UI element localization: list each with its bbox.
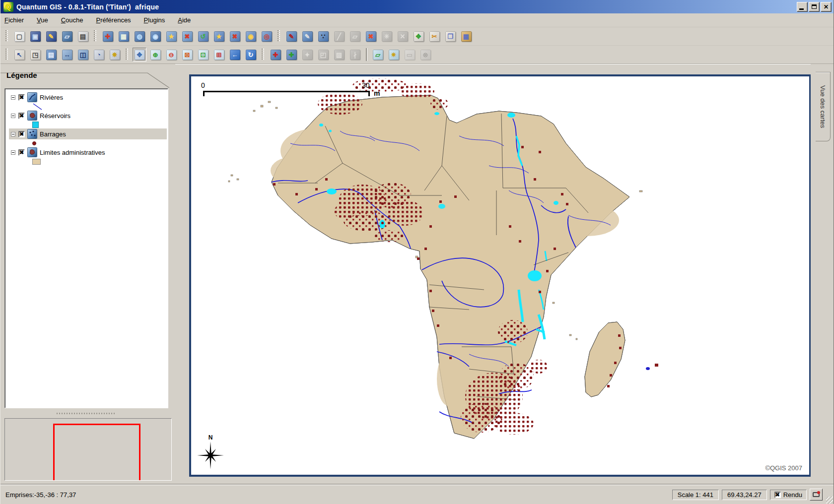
menu-références[interactable]: Préférences: [96, 16, 131, 24]
add-raster-layer-button[interactable]: ▦: [117, 29, 131, 43]
add-wms-layer-button[interactable]: ◉: [148, 29, 162, 43]
measure-area-button[interactable]: ◫: [76, 48, 90, 62]
toolbar-grip[interactable]: [261, 49, 265, 61]
add-raster-layer-icon: ▦: [119, 31, 129, 42]
zoom-in-button[interactable]: ⊕: [148, 48, 162, 62]
delete-selected-button[interactable]: ✖: [364, 29, 378, 43]
add-all-to-overview-button[interactable]: ↺: [196, 29, 210, 43]
close-button[interactable]: ✕: [821, 2, 832, 12]
refresh-map-icon: ↻: [246, 50, 256, 60]
layer-label[interactable]: Rivières: [40, 94, 63, 101]
collapse-toggle-icon[interactable]: [11, 132, 15, 136]
paste-features-button[interactable]: ▦: [459, 29, 473, 43]
show-all-layers-button[interactable]: ◉: [244, 29, 258, 43]
toolbar-grip[interactable]: [125, 49, 129, 61]
zoom-to-layer-button[interactable]: ⊞: [212, 48, 226, 62]
remove-all-from-overview-button[interactable]: ✖: [228, 29, 242, 43]
map-canvas[interactable]: 0 30 m N ©QGIS 2007: [189, 74, 811, 477]
grass-edit-region-button: ◰: [316, 48, 330, 62]
coordinate-readout[interactable]: 69.43,24.27: [722, 490, 767, 500]
overview-extent-rectangle[interactable]: [53, 424, 140, 481]
remove-layer-button[interactable]: ✖: [180, 29, 194, 43]
capture-line-icon: ╱: [334, 31, 345, 42]
zoom-last-button[interactable]: ←: [228, 48, 242, 62]
toggle-editing-button[interactable]: ✎: [284, 29, 298, 43]
pan-map-icon: ✥: [135, 50, 145, 60]
layer-checkbox[interactable]: ✖: [18, 113, 25, 119]
toolbar-grip[interactable]: [5, 49, 9, 61]
window-title: Quantum GIS - 0.8.1-Titan ('Titan') afri…: [16, 3, 159, 11]
layer-checkbox[interactable]: ✖: [18, 94, 25, 101]
resize-grip[interactable]: [826, 497, 833, 504]
new-project-button[interactable]: ▢: [12, 29, 26, 43]
save-project-as-button[interactable]: ✎: [44, 29, 58, 43]
dock-splitter[interactable]: [4, 412, 168, 415]
layer-checkbox[interactable]: ✖: [18, 149, 25, 156]
stop-editing-button[interactable]: ✎: [300, 29, 314, 43]
menu-lugins[interactable]: Plugins: [144, 16, 165, 24]
close-grass-mapset-button: ▭: [403, 48, 417, 62]
layer-label[interactable]: Limites administratives: [40, 149, 105, 156]
add-grass-vector-layer-button[interactable]: ✚: [269, 48, 282, 62]
zoom-to-selection-icon: ⊡: [198, 50, 208, 60]
capture-point-button[interactable]: ∵: [316, 29, 330, 43]
add-vector-layer-button[interactable]: ✚: [101, 29, 115, 43]
identify-features-button[interactable]: ↖: [12, 48, 26, 62]
move-feature-button[interactable]: ✥: [412, 29, 425, 43]
save-project-button[interactable]: ▣: [28, 29, 42, 43]
toolbar-grip[interactable]: [5, 30, 9, 42]
add-grass-raster-layer-button[interactable]: ✚: [284, 48, 298, 62]
north-arrow: N: [196, 434, 225, 471]
new-vector-layer-button[interactable]: ★: [164, 29, 178, 43]
zoom-full-extent-button[interactable]: ⊠: [180, 48, 194, 62]
layer-row-limites[interactable]: ✖ Limites administratives: [9, 147, 168, 158]
zoom-out-button[interactable]: ⊖: [164, 48, 178, 62]
zoom-to-selection-button[interactable]: ⊡: [196, 48, 210, 62]
collapse-toggle-icon[interactable]: [11, 150, 15, 155]
add-to-overview-button[interactable]: ★: [212, 29, 226, 43]
refresh-map-button[interactable]: ↻: [244, 48, 258, 62]
hide-all-layers-button[interactable]: ◎: [260, 29, 274, 43]
menu-ue[interactable]: Vue: [37, 16, 48, 24]
maximize-button[interactable]: [809, 2, 820, 12]
scale-readout[interactable]: Scale 1: 441: [672, 490, 719, 500]
layer-row-reservoirs[interactable]: ✖ Réservoirs: [9, 110, 168, 121]
render-checkbox[interactable]: ✖: [774, 492, 781, 498]
layer-row-rivieres[interactable]: ✖ Rivières: [9, 92, 168, 103]
cut-features-button[interactable]: ✂: [427, 29, 441, 43]
zoom-last-icon: ←: [230, 50, 240, 60]
collapse-toggle-icon[interactable]: [11, 95, 15, 100]
open-project-icon: ▱: [62, 31, 72, 42]
layer-label[interactable]: Réservoirs: [40, 112, 70, 120]
azimuth-star-tool-button[interactable]: ✵: [108, 48, 122, 62]
overview-panel[interactable]: [4, 418, 172, 481]
collapse-toggle-icon[interactable]: [11, 114, 15, 118]
layer-row-barrages[interactable]: ✖ Barrages: [9, 128, 167, 139]
copy-features-button[interactable]: ❐: [443, 29, 457, 43]
azimuth-tool-button[interactable]: ◔: [92, 48, 106, 62]
new-grass-mapset-button[interactable]: ✷: [387, 48, 401, 62]
render-toggle[interactable]: ✖ Rendu: [770, 490, 807, 500]
minimize-button[interactable]: [797, 2, 808, 12]
layer-label[interactable]: Barrages: [40, 130, 66, 138]
toolbar-grip[interactable]: [93, 30, 97, 42]
measure-line-button[interactable]: ↔: [60, 48, 74, 62]
layer-checkbox[interactable]: ✖: [18, 131, 25, 137]
menu-ichier[interactable]: Fichier: [4, 16, 24, 24]
select-features-button[interactable]: ◳: [28, 48, 42, 62]
symbol-row-rivieres: [9, 103, 168, 110]
open-attribute-table-button[interactable]: ▤: [44, 48, 58, 62]
menu-ide[interactable]: Aide: [178, 16, 191, 24]
polygon-layer-icon: [28, 111, 37, 120]
close-grass-mapset-icon: ▭: [405, 50, 415, 60]
tab-vue-des-cartes[interactable]: Vue des cartes: [816, 72, 831, 141]
projection-button[interactable]: [810, 489, 823, 501]
open-grass-mapset-button[interactable]: ▱: [371, 48, 385, 62]
pan-map-button[interactable]: ✥: [133, 48, 146, 62]
print-button[interactable]: ▤: [76, 29, 90, 43]
open-project-button[interactable]: ▱: [60, 29, 74, 43]
dam-symbol: [32, 141, 36, 145]
menu-ouche[interactable]: Couche: [61, 16, 83, 24]
toolbar-grip[interactable]: [277, 30, 281, 42]
add-postgis-layer-button[interactable]: ◍: [133, 29, 146, 43]
